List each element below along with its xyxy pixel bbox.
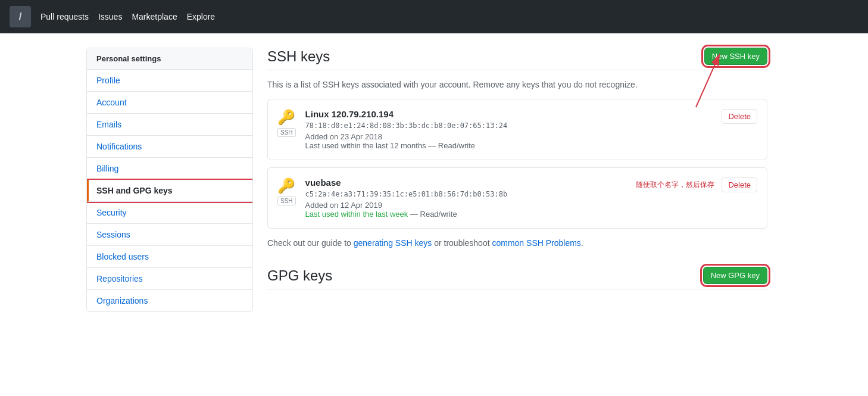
ssh-badge-1: SSH [277,128,296,137]
sidebar: Personal settings Profile Account Emails… [86,48,253,312]
key-added-1: Added on 23 Apr 2018 [305,132,382,141]
key-actions-1: Delete [722,109,757,124]
sidebar-item-security[interactable]: Security [87,202,252,224]
key-meta-2: Added on 12 Apr 2019 Last used within th… [305,201,627,219]
key-icon-wrap-1: 🔑 SSH [277,109,296,137]
delete-key-2-button[interactable]: Delete [722,177,757,192]
sidebar-item-profile[interactable]: Profile [87,70,252,92]
sidebar-item-blocked[interactable]: Blocked users [87,246,252,268]
key-details-2: vuebase c5:2a:4e:a3:71:39:35:1c:e5:01:b8… [305,177,627,219]
main-content: SSH keys New SSH key This is a list of S… [253,48,782,312]
sidebar-item-billing[interactable]: Billing [87,158,252,180]
key-icon-1: 🔑 [277,109,295,126]
key-icon-wrap-2: 🔑 SSH [277,177,296,205]
topnav-logo[interactable]: / [10,6,31,27]
footer-text2: or troubleshoot [432,238,492,248]
sidebar-item-account[interactable]: Account [87,92,252,114]
topnav: / Pull requests Issues Marketplace Explo… [0,0,868,33]
sidebar-item-repos[interactable]: Repositories [87,268,252,290]
sidebar-item-notifications[interactable]: Notifications [87,136,252,158]
key-fingerprint-2: c5:2a:4e:a3:71:39:35:1c:e5:01:b8:56:7d:b… [305,190,627,198]
key-icon-2: 🔑 [277,177,295,194]
ssh-section-header: SSH keys New SSH key [267,48,767,70]
key-details-1: Linux 120.79.210.194 78:18:d0:e1:24:8d:0… [305,109,713,150]
key-added-2: Added on 12 Apr 2019 [305,201,382,210]
marketplace-link[interactable]: Marketplace [132,12,177,21]
sidebar-item-sessions[interactable]: Sessions [87,224,252,246]
sidebar-item-emails[interactable]: Emails [87,114,252,136]
key-rw-1: — Read/write [428,141,475,150]
key-name-2: vuebase [305,177,627,188]
key-last-used-2: Last used within the last week [305,210,408,219]
gpg-section-title: GPG keys [267,267,332,284]
ssh-description: This is a list of SSH keys associated wi… [267,80,767,89]
ssh-key-card-1: 🔑 SSH Linux 120.79.210.194 78:18:d0:e1:2… [267,99,767,160]
ssh-key-card-2: 🔑 SSH vuebase c5:2a:4e:a3:71:39:35:1c:e5… [267,167,767,229]
annotation-text: 随便取个名字，然后保存 [636,180,714,190]
delete-key-1-button[interactable]: Delete [722,109,757,124]
gpg-section-header: GPG keys New GPG key [267,267,767,289]
key-fingerprint-1: 78:18:d0:e1:24:8d:08:3b:3b:dc:b8:0e:07:6… [305,121,713,130]
sidebar-header: Personal settings [87,48,252,70]
footer-links: Check out our guide to generating SSH ke… [267,238,767,248]
topnav-links: Pull requests Issues Marketplace Explore [40,12,215,21]
key-rw-2: — Read/write [410,210,457,219]
new-ssh-key-button[interactable]: New SSH key [704,48,767,65]
pull-requests-link[interactable]: Pull requests [40,12,89,21]
page-layout: Personal settings Profile Account Emails… [77,48,791,312]
key-last-used-1: Last used within the last 12 months [305,141,426,150]
common-ssh-problems-link[interactable]: common SSH Problems [492,238,580,248]
key-meta-1: Added on 23 Apr 2018 Last used within th… [305,132,713,150]
key-name-1: Linux 120.79.210.194 [305,109,713,119]
sidebar-item-orgs[interactable]: Organizations [87,290,252,311]
explore-link[interactable]: Explore [187,12,215,21]
ssh-badge-2: SSH [277,197,296,205]
ssh-section-title: SSH keys [267,48,330,65]
generating-ssh-keys-link[interactable]: generating SSH keys [354,238,432,248]
new-gpg-key-button[interactable]: New GPG key [703,267,767,284]
footer-text3: . [581,238,583,248]
sidebar-item-ssh[interactable]: SSH and GPG keys [87,180,252,202]
logo-char: / [18,11,21,23]
key-actions-2: 随便取个名字，然后保存 Delete [636,177,757,192]
issues-link[interactable]: Issues [98,12,122,21]
footer-text1: Check out our guide to [267,238,354,248]
